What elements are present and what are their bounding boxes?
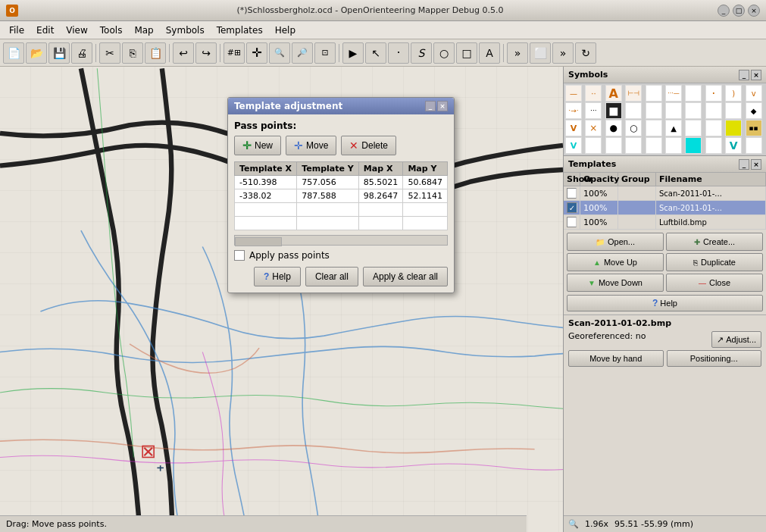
- duplicate-button[interactable]: ⎘ Duplicate: [666, 253, 763, 271]
- move-pass-point-button[interactable]: ✛ Move: [286, 136, 336, 155]
- symbol-cell[interactable]: V: [725, 137, 742, 154]
- move-down-button[interactable]: Move Down: [567, 274, 664, 292]
- symbol-cell[interactable]: ×: [585, 120, 602, 136]
- rotate-button[interactable]: ↻: [575, 42, 596, 64]
- more2-button[interactable]: »: [552, 42, 574, 64]
- new-pass-point-button[interactable]: ✛ New: [234, 136, 281, 155]
- apply-pass-points-checkbox[interactable]: [234, 250, 245, 261]
- clear-all-button[interactable]: Clear all: [305, 267, 358, 286]
- table-row[interactable]: -510.398 757.056 85.5021 50.6847: [235, 176, 448, 189]
- new-button[interactable]: 📄: [3, 42, 24, 64]
- symbol-cell[interactable]: [646, 137, 662, 154]
- symbol-cell[interactable]: [625, 137, 642, 154]
- dot-button[interactable]: ·: [388, 42, 409, 64]
- save-button[interactable]: 💾: [48, 42, 70, 64]
- zoom-out-button[interactable]: 🔎: [292, 42, 313, 64]
- cut-button[interactable]: ✂: [99, 42, 120, 64]
- horizontal-scrollbar[interactable]: [234, 235, 448, 246]
- text-button[interactable]: A: [479, 42, 500, 64]
- preview-button[interactable]: ⬜: [530, 42, 551, 64]
- close-button[interactable]: ×: [748, 5, 760, 17]
- menu-file[interactable]: File: [3, 23, 30, 37]
- symbol-cell[interactable]: [646, 120, 662, 136]
- symbol-cell[interactable]: [746, 137, 762, 154]
- symbol-cell[interactable]: ◆: [746, 102, 762, 119]
- create-template-button[interactable]: Create...: [666, 233, 763, 251]
- menu-symbols[interactable]: Symbols: [160, 23, 211, 37]
- symbol-cell[interactable]: [646, 102, 662, 119]
- symbol-cell[interactable]: ): [725, 85, 742, 102]
- symbol-cell[interactable]: ···—: [665, 85, 682, 102]
- show-cell-3[interactable]: [564, 215, 580, 229]
- symbol-cell[interactable]: ·→·: [565, 102, 582, 119]
- symbol-cell[interactable]: [665, 102, 682, 119]
- symbol-cell[interactable]: A: [605, 85, 622, 102]
- symbol-cell[interactable]: ▪▪: [746, 120, 762, 136]
- template-help-button[interactable]: ? Help: [567, 295, 763, 311]
- symbol-cell[interactable]: [725, 102, 742, 119]
- apply-clear-all-button[interactable]: Apply & clear all: [363, 267, 448, 286]
- show-cell-1[interactable]: [564, 186, 580, 200]
- symbol-cell[interactable]: [705, 120, 722, 136]
- symbol-cell[interactable]: ··: [585, 85, 602, 102]
- redo-button[interactable]: ↪: [195, 42, 217, 64]
- open-button[interactable]: 📂: [26, 42, 47, 64]
- symbol-cell[interactable]: ▲: [665, 120, 682, 136]
- checkbox-2[interactable]: ✓: [567, 202, 577, 213]
- symbol-cell[interactable]: ■: [605, 102, 622, 119]
- symbol-cell[interactable]: ●: [605, 120, 622, 136]
- fit-button[interactable]: ⊡: [314, 42, 336, 64]
- template-row-2[interactable]: ✓ 100% Scan-2011-01-...: [564, 201, 766, 215]
- s-button[interactable]: S: [411, 42, 432, 64]
- print-button[interactable]: 🖨: [71, 42, 92, 64]
- circle-button[interactable]: ○: [433, 42, 455, 64]
- checkbox-1[interactable]: [567, 188, 577, 199]
- symbol-cell[interactable]: [646, 85, 662, 102]
- menu-view[interactable]: View: [60, 23, 93, 37]
- show-cell-2[interactable]: ✓: [564, 201, 580, 214]
- symbols-panel-close[interactable]: ×: [751, 70, 761, 80]
- symbol-cell[interactable]: ○: [625, 120, 642, 136]
- cursor-button[interactable]: ✛: [246, 42, 267, 64]
- symbol-cell[interactable]: [685, 102, 702, 119]
- menu-map[interactable]: Map: [128, 23, 159, 37]
- undo-button[interactable]: ↩: [173, 42, 194, 64]
- map-canvas[interactable]: Template adjustment _ × Pass points: ✛ N…: [0, 67, 563, 532]
- more-button[interactable]: »: [507, 42, 528, 64]
- select-button[interactable]: ↖: [365, 42, 386, 64]
- move-up-button[interactable]: Move Up: [567, 253, 664, 271]
- table-row-empty[interactable]: [235, 203, 448, 217]
- table-row-empty[interactable]: [235, 217, 448, 230]
- maximize-button[interactable]: □: [733, 5, 745, 17]
- minimize-button[interactable]: _: [718, 5, 730, 17]
- symbol-cell[interactable]: ·: [705, 85, 722, 102]
- symbol-cell[interactable]: [585, 137, 602, 154]
- symbol-cell[interactable]: V: [565, 120, 582, 136]
- symbol-cell[interactable]: [685, 137, 702, 154]
- symbol-cell[interactable]: [625, 102, 642, 119]
- symbol-cell[interactable]: [665, 137, 682, 154]
- templates-panel-minimize[interactable]: _: [739, 159, 749, 170]
- open-template-button[interactable]: Open...: [567, 233, 664, 251]
- symbol-cell[interactable]: [705, 102, 722, 119]
- symbol-cell[interactable]: V: [565, 137, 582, 154]
- symbol-cell[interactable]: [605, 137, 622, 154]
- delete-pass-point-button[interactable]: ✕ Delete: [341, 136, 396, 155]
- checkbox-3[interactable]: [567, 217, 577, 227]
- symbol-cell[interactable]: [705, 137, 722, 154]
- menu-help[interactable]: Help: [269, 23, 302, 37]
- paste-button[interactable]: 📋: [145, 42, 166, 64]
- symbol-cell[interactable]: ···: [585, 102, 602, 119]
- symbols-panel-minimize[interactable]: _: [739, 70, 749, 80]
- templates-panel-close[interactable]: ×: [751, 159, 761, 170]
- menu-edit[interactable]: Edit: [30, 23, 60, 37]
- grid-button[interactable]: #⊞: [224, 42, 245, 64]
- menu-templates[interactable]: Templates: [211, 23, 269, 37]
- positioning-button[interactable]: Positioning...: [667, 350, 762, 367]
- menu-tools[interactable]: Tools: [94, 23, 129, 37]
- symbol-cell[interactable]: [685, 85, 702, 102]
- symbol-cell[interactable]: [685, 120, 702, 136]
- dialog-minimize-button[interactable]: _: [425, 101, 436, 111]
- symbol-cell[interactable]: [725, 120, 742, 136]
- adjust-button[interactable]: ↗ Adjust...: [711, 331, 761, 348]
